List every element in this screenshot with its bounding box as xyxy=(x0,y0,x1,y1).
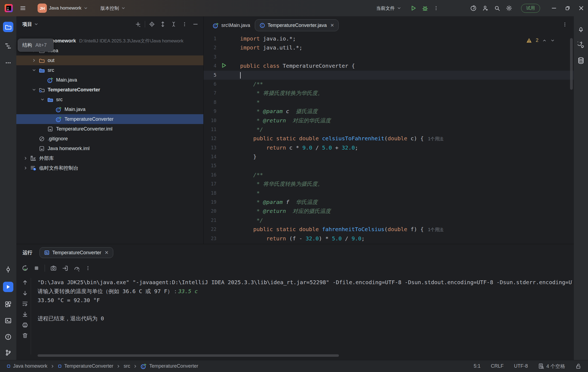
code-line-15[interactable]: 15 xyxy=(204,161,574,170)
git-tool-button[interactable] xyxy=(3,348,13,358)
services-tool-button[interactable] xyxy=(3,299,13,309)
project-widget[interactable]: JH Java homework xyxy=(35,3,91,14)
rerun-button[interactable] xyxy=(22,265,28,271)
run-gutter-icon[interactable] xyxy=(221,63,227,68)
structure-tool-button[interactable] xyxy=(3,41,13,51)
attach-debugger-button[interactable] xyxy=(62,265,68,271)
problems-tool-button[interactable] xyxy=(3,332,13,342)
code-line-5[interactable]: 5 xyxy=(204,71,574,80)
tree-chevron-icon[interactable] xyxy=(31,67,37,73)
ai-chat-tool-button[interactable] xyxy=(576,40,586,50)
code-line-13[interactable]: 13 return c * 9.0 / 5.0 + 32.0; xyxy=(204,143,574,152)
next-problem-button[interactable] xyxy=(550,38,555,43)
code-line-23[interactable]: 23 return (f - 32.0) * 5.0 / 9.0; xyxy=(204,234,574,243)
tree-item-java-homework.iml[interactable]: Java homework.iml xyxy=(16,144,203,153)
restore-button[interactable] xyxy=(561,0,574,16)
tree-item-temperatureconverter[interactable]: CTemperatureConverter xyxy=(16,114,203,124)
collapse-all-button[interactable] xyxy=(170,20,178,28)
tree-item--[interactable]: 外部库 xyxy=(16,153,203,163)
print-button[interactable] xyxy=(22,322,28,328)
main-menu-button[interactable] xyxy=(17,3,29,14)
project-tool-button[interactable] xyxy=(3,22,13,32)
tree-chevron-icon[interactable] xyxy=(23,156,28,161)
tree-chevron-icon[interactable] xyxy=(40,97,45,102)
breadcrumb-java-homework[interactable]: Java homework xyxy=(7,363,47,369)
stop-button[interactable] xyxy=(34,265,39,271)
code-line-4[interactable]: 4public class TemperatureConverter { xyxy=(204,61,574,70)
settings-button[interactable] xyxy=(503,3,515,14)
code-editor[interactable]: 1import java.io.*;2import java.util.*;34… xyxy=(204,34,574,244)
code-line-17[interactable]: 17 * 将华氏度转换为摄氏度。 xyxy=(204,179,574,188)
prev-problem-button[interactable] xyxy=(542,38,547,43)
tree-item-temperatureconverter[interactable]: TemperatureConverter xyxy=(16,85,203,95)
code-line-12[interactable]: 12 public static double celsiusToFahrenh… xyxy=(204,134,574,143)
code-line-11[interactable]: 11 */ xyxy=(204,125,574,134)
code-line-22[interactable]: 22 public static double fahrenheitToCels… xyxy=(204,225,574,234)
project-panel-title[interactable]: 项目 xyxy=(22,21,38,27)
tree-item--[interactable]: 临时文件和控制台 xyxy=(16,163,203,173)
code-line-21[interactable]: 21 */ xyxy=(204,216,574,225)
breadcrumb-src[interactable]: src xyxy=(124,363,130,369)
editor-tab-src-main.java[interactable]: Csrc\Main.java xyxy=(208,19,255,31)
code-line-20[interactable]: 20 * @return 对应的摄氏温度 xyxy=(204,207,574,216)
expand-all-button[interactable] xyxy=(159,20,167,28)
scroll-down-button[interactable] xyxy=(22,290,28,296)
clear-console-button[interactable] xyxy=(22,333,28,339)
profiler-button[interactable] xyxy=(74,265,80,271)
trial-badge[interactable]: 试用 xyxy=(521,4,540,13)
search-everywhere-button[interactable] xyxy=(491,3,503,14)
debug-button[interactable] xyxy=(419,3,431,14)
editor-tab-temperatureconverter.java[interactable]: CTemperatureConverter.java✕ xyxy=(255,19,339,31)
code-line-18[interactable]: 18 * xyxy=(204,189,574,198)
ai-assistant-button[interactable] xyxy=(467,3,479,14)
close-button[interactable] xyxy=(574,0,588,16)
line-separator[interactable]: CRLF xyxy=(491,363,504,369)
editor-options-button[interactable] xyxy=(562,22,567,27)
run-button[interactable] xyxy=(408,3,419,14)
code-with-me-button[interactable] xyxy=(479,3,491,14)
usages-inlay-hint[interactable]: 1个用法 xyxy=(428,137,443,141)
file-encoding[interactable]: UTF-8 xyxy=(514,363,528,369)
code-line-9[interactable]: 9 * @param c 摄氏温度 xyxy=(204,107,574,116)
tree-item-out[interactable]: out xyxy=(16,55,203,65)
more-run-options-button[interactable] xyxy=(431,3,441,14)
code-line-14[interactable]: 14 } xyxy=(204,152,574,161)
console-output[interactable]: "D:\Java JDK25\bin\java.exe" "-javaagent… xyxy=(31,278,572,355)
tree-item-src[interactable]: src xyxy=(16,65,203,75)
scroll-up-button[interactable] xyxy=(22,280,28,286)
indent-style[interactable]: 4 个空格 xyxy=(538,363,565,370)
tree-item-src[interactable]: src xyxy=(16,95,203,104)
caret-position[interactable]: 5:1 xyxy=(474,363,480,369)
code-line-8[interactable]: 8 * xyxy=(204,98,574,107)
tree-chevron-icon[interactable] xyxy=(23,165,28,171)
hide-panel-button[interactable] xyxy=(191,20,200,28)
readonly-toggle[interactable] xyxy=(575,363,581,369)
run-tool-button[interactable] xyxy=(3,282,13,292)
run-tab[interactable]: TemperatureConverter ✕ xyxy=(39,247,113,258)
vcs-widget[interactable]: 版本控制 xyxy=(98,3,128,14)
close-tab-icon[interactable]: ✕ xyxy=(330,23,334,28)
commit-tool-button[interactable] xyxy=(3,264,13,275)
tree-chevron-icon[interactable] xyxy=(31,58,37,63)
code-line-3[interactable]: 3 xyxy=(204,52,574,61)
tree-item-.gitignore[interactable]: .gitignore xyxy=(16,134,203,144)
code-line-10[interactable]: 10 * @return 对应的华氏温度 xyxy=(204,116,574,125)
code-line-7[interactable]: 7 * 将摄氏度转换为华氏度。 xyxy=(204,89,574,98)
soft-wrap-button[interactable] xyxy=(22,301,28,307)
add-button[interactable] xyxy=(134,20,142,28)
notifications-button[interactable] xyxy=(576,24,586,34)
console-options-button[interactable] xyxy=(85,265,90,271)
more-tools-button[interactable] xyxy=(3,58,13,68)
scroll-to-end-button[interactable] xyxy=(22,311,28,317)
minimize-button[interactable] xyxy=(547,0,561,16)
tree-item-main.java[interactable]: CMain.java xyxy=(16,104,203,114)
breadcrumb-temperatureconverter[interactable]: CTemperatureConverter xyxy=(140,363,198,369)
code-line-2[interactable]: 2import java.util.*; xyxy=(204,43,574,52)
close-tab-icon[interactable]: ✕ xyxy=(105,250,109,256)
console-hscrollbar[interactable] xyxy=(38,354,339,357)
code-line-1[interactable]: 1import java.io.*; xyxy=(204,34,574,43)
thread-dump-button[interactable] xyxy=(50,265,57,271)
tree-item-main.java[interactable]: CMain.java xyxy=(16,75,203,85)
editor-scrollbar[interactable] xyxy=(570,38,573,90)
terminal-tool-button[interactable] xyxy=(3,315,13,326)
